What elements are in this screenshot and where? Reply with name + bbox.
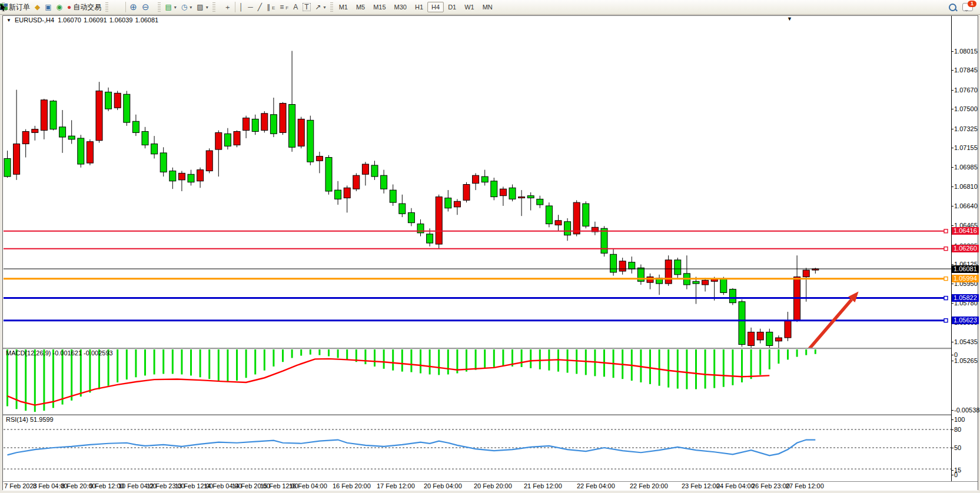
candlestick[interactable] <box>298 119 304 146</box>
candlestick[interactable] <box>803 270 809 277</box>
time-axis[interactable]: 7 Feb 20238 Feb 04:008 Feb 20:009 Feb 12… <box>3 481 978 491</box>
market-watch-button[interactable]: ▣ <box>42 2 54 12</box>
trend-arrow-annotation[interactable] <box>806 299 852 348</box>
candlestick[interactable] <box>41 100 47 131</box>
new-order-button[interactable]: 新订单 <box>6 1 32 14</box>
candlestick[interactable] <box>344 188 350 198</box>
candlestick-mode-button[interactable] <box>115 6 119 8</box>
candlestick[interactable] <box>693 281 699 284</box>
rsi-pane[interactable] <box>4 415 951 480</box>
candlestick[interactable] <box>105 92 112 109</box>
new-chart-button[interactable]: ▤▾ <box>162 2 178 12</box>
candlestick[interactable] <box>775 338 782 341</box>
zoom-out-button[interactable]: ⊖ <box>139 2 152 12</box>
candlestick[interactable] <box>527 196 534 198</box>
timeframe-d1[interactable]: D1 <box>444 2 460 12</box>
candlestick[interactable] <box>215 132 222 149</box>
candlestick[interactable] <box>114 93 121 108</box>
candlestick[interactable] <box>197 170 204 181</box>
candlestick[interactable] <box>362 164 368 174</box>
macd-pane[interactable] <box>4 349 951 414</box>
bar-chart-mode-button[interactable] <box>110 6 115 8</box>
candlestick[interactable] <box>564 222 571 235</box>
candlestick[interactable] <box>619 261 626 271</box>
candlestick[interactable] <box>463 185 470 201</box>
vertical-line-tool[interactable]: │ <box>237 2 246 12</box>
candlestick[interactable] <box>785 321 791 338</box>
shapes-tool[interactable]: ↗▾ <box>313 2 328 12</box>
candlestick[interactable] <box>390 190 396 202</box>
candlestick[interactable] <box>546 206 552 224</box>
candlestick[interactable] <box>32 129 38 133</box>
profiles-button[interactable]: ◷▾ <box>179 2 195 12</box>
candlestick[interactable] <box>748 332 755 345</box>
timeframe-h4[interactable]: H4 <box>427 2 444 12</box>
candlestick[interactable] <box>573 202 580 234</box>
candlestick[interactable] <box>445 198 451 208</box>
candlestick[interactable] <box>555 221 562 225</box>
timeframe-h1[interactable]: H1 <box>411 2 427 12</box>
toolbar-grip[interactable] <box>158 2 161 12</box>
trendline-tool[interactable]: ╱ <box>255 2 264 12</box>
candlestick[interactable] <box>454 201 460 207</box>
candlestick[interactable] <box>160 153 167 172</box>
toolbar-grip[interactable] <box>330 2 333 12</box>
candlestick[interactable] <box>610 254 617 272</box>
toolbar-grip[interactable] <box>105 2 108 12</box>
candlestick[interactable] <box>473 175 479 183</box>
candlestick[interactable] <box>261 114 268 131</box>
candlestick[interactable] <box>59 127 66 137</box>
templates-button[interactable]: ▨▾ <box>194 2 210 12</box>
candlestick[interactable] <box>252 119 258 131</box>
charts-button[interactable]: ◆ <box>32 2 42 12</box>
text-tool[interactable]: A <box>291 2 300 12</box>
candlestick[interactable] <box>4 158 11 176</box>
candlestick[interactable] <box>729 289 736 303</box>
price-axis[interactable]: 1.080151.078451.076701.075001.073251.071… <box>951 16 978 489</box>
candlestick[interactable] <box>316 156 323 161</box>
cursor-tool-button[interactable] <box>217 6 222 8</box>
candlestick[interactable] <box>519 197 525 198</box>
fibonacci-tool[interactable]: ≡F <box>277 2 291 12</box>
candlestick[interactable] <box>142 131 148 145</box>
candlestick[interactable] <box>665 260 672 284</box>
candlestick[interactable] <box>436 197 442 244</box>
candlestick[interactable] <box>647 277 653 283</box>
candlestick[interactable] <box>22 131 29 144</box>
collapse-triangle-icon[interactable]: ▼ <box>6 18 11 23</box>
candlestick[interactable] <box>170 171 176 181</box>
candlestick[interactable] <box>720 279 727 292</box>
candlestick[interactable] <box>206 151 212 171</box>
candlestick[interactable] <box>739 302 745 345</box>
candlestick[interactable] <box>675 260 681 275</box>
timeframe-m15[interactable]: M15 <box>369 2 390 12</box>
candlestick[interactable] <box>280 104 286 133</box>
candlestick[interactable] <box>335 190 341 199</box>
crosshair-tool-button[interactable]: ＋ <box>222 2 234 12</box>
candlestick[interactable] <box>427 234 433 243</box>
candlestick[interactable] <box>68 136 75 139</box>
candlestick[interactable] <box>481 176 488 182</box>
chat-icon[interactable]: 1 <box>962 3 973 11</box>
chart-title-bar[interactable]: ▼ EURUSD-,H4 1.06070 1.06091 1.06039 1.0… <box>3 16 978 24</box>
candlestick[interactable] <box>234 131 240 145</box>
candlestick[interactable] <box>289 104 295 147</box>
candlestick[interactable] <box>132 121 139 132</box>
candlestick[interactable] <box>509 188 516 199</box>
candlestick[interactable] <box>96 91 102 141</box>
candlestick[interactable] <box>243 118 250 130</box>
candlestick[interactable] <box>399 204 406 214</box>
candlestick[interactable] <box>766 332 773 345</box>
zoom-in-button[interactable]: ⊕ <box>127 2 139 12</box>
candlestick[interactable] <box>500 189 506 195</box>
candlestick[interactable] <box>757 332 763 339</box>
candlestick[interactable] <box>381 175 387 189</box>
candlestick[interactable] <box>87 142 93 163</box>
timeframe-m1[interactable]: M1 <box>335 2 352 12</box>
timeframe-mn[interactable]: MN <box>479 2 497 12</box>
price-pane[interactable] <box>4 24 951 348</box>
autotrading-button[interactable]: ● 自动交易 <box>65 1 104 14</box>
candlestick[interactable] <box>601 228 607 253</box>
signals-button[interactable]: ◉ <box>54 2 65 12</box>
channel-tool[interactable]: ∥E <box>264 2 277 12</box>
